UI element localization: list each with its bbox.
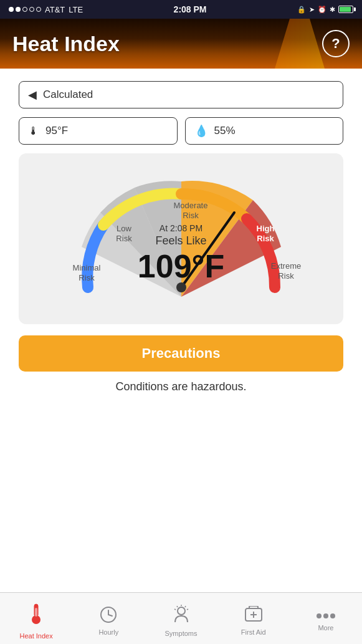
svg-text:Risk: Risk [278, 271, 294, 281]
battery-icon [338, 6, 353, 13]
tab-heat-index[interactable]: Heat Index [0, 598, 72, 640]
svg-text:Risk: Risk [79, 273, 95, 282]
svg-text:Risk: Risk [116, 234, 132, 243]
svg-text:Minimal: Minimal [72, 263, 100, 272]
svg-point-13 [32, 615, 40, 624]
battery-fill [340, 7, 351, 12]
header-decoration [275, 19, 325, 69]
tab-first-aid[interactable]: First Aid [217, 601, 290, 636]
alarm-icon: ⏰ [318, 6, 326, 14]
thermometer-input-icon: 🌡 [28, 125, 39, 138]
gauge-feels-label: Feels Like [138, 234, 224, 248]
svg-line-23 [187, 609, 188, 610]
tab-symptoms[interactable]: Symptoms [145, 600, 217, 637]
tab-hourly[interactable]: Hourly [72, 601, 145, 636]
gauge-time: At 2:08 PM [138, 223, 224, 233]
signal-dot-1 [9, 7, 14, 12]
tab-first-aid-label: First Aid [241, 628, 266, 636]
status-left: AT&T LTE [9, 5, 83, 14]
svg-line-20 [177, 606, 178, 607]
help-button[interactable]: ? [322, 30, 350, 57]
signal-dot-2 [16, 7, 21, 12]
svg-line-22 [174, 609, 176, 610]
symptoms-tab-icon [173, 605, 190, 627]
svg-point-28 [323, 613, 328, 618]
clock-tab-icon [100, 606, 117, 626]
bluetooth-icon: ✱ [330, 6, 335, 14]
carrier-label: AT&T [45, 5, 65, 14]
network-label: LTE [69, 5, 83, 14]
more-tab-icon [316, 610, 336, 622]
svg-text:Risk: Risk [257, 234, 274, 243]
svg-point-29 [330, 613, 335, 618]
location-icon: ➤ [309, 6, 315, 14]
status-right: 🔒 ➤ ⏰ ✱ [297, 6, 353, 14]
location-field[interactable]: ◀ Calculated [19, 81, 343, 108]
svg-text:Extreme: Extreme [270, 261, 300, 271]
location-arrow-icon: ◀ [28, 88, 37, 102]
conditions-text: Conditions are hazardous. [19, 380, 343, 393]
gauge-container: Minimal Risk Low Risk Moderate Risk High… [19, 153, 343, 324]
humidity-value: 55% [214, 125, 236, 137]
humidity-icon: 💧 [194, 124, 208, 138]
temp-humidity-row: 🌡 95°F 💧 55% [19, 117, 343, 145]
main-content: ◀ Calculated 🌡 95°F 💧 55% [0, 69, 362, 474]
status-bar: AT&T LTE 2:08 PM 🔒 ➤ ⏰ ✱ [0, 0, 362, 19]
tab-bar: Heat Index Hourly Symptom [0, 592, 362, 644]
signal-dots [9, 7, 41, 12]
svg-line-17 [108, 615, 112, 616]
temperature-value: 95°F [45, 125, 68, 137]
first-aid-tab-icon [244, 606, 263, 626]
tab-more[interactable]: More [290, 605, 362, 632]
temperature-field[interactable]: 🌡 95°F [19, 117, 178, 145]
humidity-field[interactable]: 💧 55% [185, 117, 344, 145]
tab-more-label: More [318, 624, 333, 632]
svg-point-18 [178, 607, 185, 615]
svg-rect-14 [35, 608, 37, 617]
gauge-center-text: At 2:08 PM Feels Like 109°F [138, 223, 224, 282]
svg-line-21 [185, 606, 186, 607]
signal-dot-4 [29, 7, 34, 12]
tab-heat-index-label: Heat Index [20, 632, 53, 640]
location-value: Calculated [43, 89, 93, 101]
svg-point-27 [317, 613, 322, 618]
page-title: Heat Index [12, 32, 120, 56]
svg-text:Moderate: Moderate [173, 201, 207, 210]
svg-text:Risk: Risk [183, 211, 199, 220]
gauge-wrapper: Minimal Risk Low Risk Moderate Risk High… [31, 166, 331, 315]
tab-hourly-label: Hourly [98, 628, 118, 636]
question-icon: ? [331, 36, 340, 52]
signal-dot-5 [36, 7, 41, 12]
svg-text:High: High [256, 224, 274, 233]
tab-symptoms-label: Symptoms [165, 630, 198, 637]
lock-icon: 🔒 [297, 6, 306, 14]
precautions-button[interactable]: Precautions [19, 335, 343, 372]
signal-dot-3 [22, 7, 27, 12]
gauge-temperature: 109°F [138, 250, 224, 282]
thermometer-tab-icon [27, 603, 45, 630]
tab-spacer [19, 400, 343, 462]
svg-text:Low: Low [117, 224, 131, 233]
app-header: Heat Index ? [0, 19, 362, 69]
status-time: 2:08 PM [174, 4, 207, 14]
